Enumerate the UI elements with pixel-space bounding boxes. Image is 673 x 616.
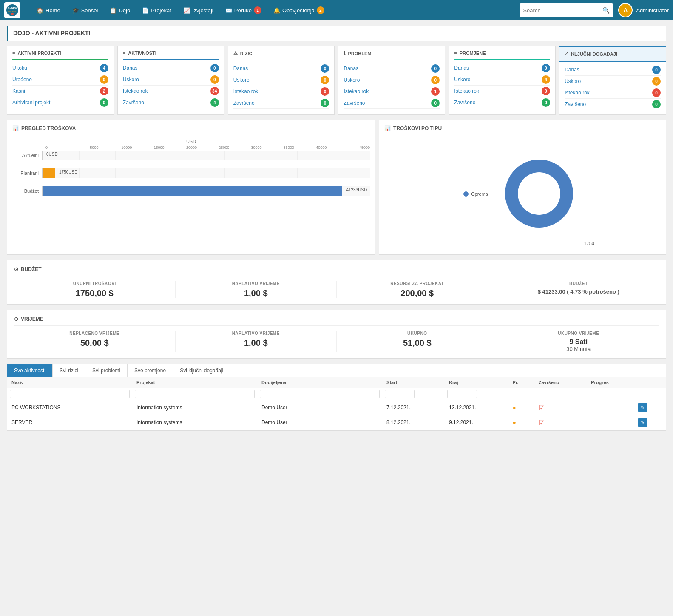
filter-naziv[interactable] bbox=[10, 390, 130, 398]
user-name: Administrator bbox=[636, 7, 669, 14]
kd-istekao-link[interactable]: Istekao rok bbox=[565, 90, 590, 96]
vrijeme-ukupno-label: UKUPNO bbox=[342, 331, 493, 336]
cell-start: 8.12.2021. bbox=[382, 415, 445, 430]
list-icon3: ≡ bbox=[454, 51, 457, 56]
table-row: SERVER Information systems Demo User 8.1… bbox=[7, 415, 666, 430]
akt-uskoro-link[interactable]: Uskoro bbox=[123, 77, 139, 83]
prob-danas-link[interactable]: Danas bbox=[344, 66, 358, 71]
card-header-aktivni-projekti: ≡ AKTIVNI PROJEKTI bbox=[12, 51, 108, 60]
edit-button-0[interactable]: ✎ bbox=[638, 403, 647, 412]
card-promjene: ≡ PROMJENE Danas 0 Uskoro 4 Istekao rok … bbox=[449, 46, 556, 115]
nav-projekat[interactable]: 📄 Projekat bbox=[137, 5, 176, 16]
nav-obavjestenja[interactable]: 🔔 Obavještenja 2 bbox=[268, 4, 329, 17]
prom-istekao-link[interactable]: Istekao rok bbox=[454, 88, 479, 94]
col-start: Start bbox=[382, 377, 445, 388]
col-naziv: Naziv bbox=[7, 377, 132, 388]
card-rizici: ⚠ RIZICI Danas 0 Uskoro 0 Istekao rok 0 … bbox=[228, 46, 335, 115]
navbar: KENDO manager 🏠 Home 🎓 Sensei 📋 Dojo 📄 P… bbox=[0, 0, 673, 20]
vrijeme-neplaceno-label: NEPLAĆENO VRIJEME bbox=[19, 331, 170, 336]
riz-istekao-link[interactable]: Istekao rok bbox=[233, 88, 258, 94]
bar-track: 41233USD bbox=[42, 186, 370, 196]
prob-danas-badge: 0 bbox=[431, 64, 440, 73]
page-title: DOJO - AKTIVNI PROJEKTI bbox=[7, 26, 666, 41]
nav-home[interactable]: 🏠 Home bbox=[31, 5, 65, 16]
filter-kraj[interactable] bbox=[447, 390, 477, 398]
card-row: Istekao rok 0 bbox=[454, 86, 550, 97]
tab-sve-aktivnosti[interactable]: Sve aktivnosti bbox=[7, 364, 53, 377]
card-row: Uskoro 0 bbox=[123, 74, 219, 86]
cell-projekat: Information systems bbox=[132, 400, 257, 415]
search-input[interactable] bbox=[523, 7, 602, 14]
kd-zavrseno-link[interactable]: Završeno bbox=[565, 101, 586, 107]
card-row: Završeno 0 bbox=[454, 97, 550, 108]
kd-uskoro-link[interactable]: Uskoro bbox=[565, 78, 581, 84]
status-orange2: ● bbox=[513, 419, 516, 426]
bar-chart-bars: Aktuelni0USDPlanirani1750USDBudžet41233U… bbox=[12, 151, 370, 196]
nav-izvjestaji[interactable]: 📈 Izvještaji bbox=[178, 5, 219, 16]
prom-zavrseno-link[interactable]: Završeno bbox=[454, 100, 475, 106]
budget-resursi-value: 200,00 $ bbox=[342, 288, 493, 298]
card-row: Danas 0 bbox=[123, 63, 219, 74]
prob-zavrseno-badge: 0 bbox=[431, 99, 440, 107]
akt-zavrseno-link[interactable]: Završeno bbox=[123, 100, 144, 106]
tab-svi-rizici[interactable]: Svi rizici bbox=[53, 364, 85, 377]
aktivni-arhivirani-badge: 0 bbox=[100, 98, 108, 107]
donut-chart-title: 📊 TROŠKOVI PO TIPU bbox=[384, 125, 661, 134]
vrijeme-sati-value: 9 Sati bbox=[503, 338, 654, 346]
clock-icon: ⊙ bbox=[14, 266, 18, 272]
riz-danas-link[interactable]: Danas bbox=[233, 66, 248, 71]
filter-dodijeljena[interactable] bbox=[260, 390, 380, 398]
bar-row: Budžet41233USD bbox=[12, 186, 370, 196]
akt-istekao-link[interactable]: Istekao rok bbox=[123, 88, 148, 94]
akt-danas-badge: 0 bbox=[210, 64, 219, 72]
budget-resursi: RESURSI ZA PROJEKAT 200,00 $ bbox=[337, 281, 498, 298]
aktivni-arhivirani-link[interactable]: Arhivirani projekti bbox=[12, 100, 51, 106]
filter-start[interactable] bbox=[385, 390, 415, 398]
nav-dojo[interactable]: 📋 Dojo bbox=[105, 5, 135, 16]
riz-zavrseno-link[interactable]: Završeno bbox=[233, 100, 255, 106]
akt-danas-link[interactable]: Danas bbox=[123, 65, 138, 71]
card-row: Završeno 4 bbox=[123, 97, 219, 108]
tab-svi-problemi[interactable]: Svi problemi bbox=[85, 364, 128, 377]
card-row: Uskoro 0 bbox=[344, 74, 440, 86]
aktivni-kasni-link[interactable]: Kasni bbox=[12, 88, 25, 94]
bell-icon: 🔔 bbox=[273, 7, 280, 14]
aktivni-uradjeno-link[interactable]: Urađeno bbox=[12, 77, 32, 83]
kd-danas-link[interactable]: Danas bbox=[565, 67, 579, 73]
bar-value: 1750USD bbox=[57, 170, 77, 174]
riz-uskoro-link[interactable]: Uskoro bbox=[233, 77, 250, 83]
home-icon: 🏠 bbox=[37, 7, 43, 14]
legend-label: Oprema bbox=[471, 191, 488, 197]
tab-svi-kljucni[interactable]: Svi ključni događaji bbox=[173, 364, 230, 377]
poruke-badge: 1 bbox=[254, 6, 261, 14]
tabs-section: Sve aktivnosti Svi rizici Svi problemi S… bbox=[7, 364, 666, 431]
card-row: Istekao rok 1 bbox=[344, 86, 440, 97]
filter-projekat[interactable] bbox=[135, 390, 255, 398]
user-area: A Administrator bbox=[618, 3, 669, 17]
prom-danas-link[interactable]: Danas bbox=[454, 65, 469, 71]
card-header-aktivnosti: ≡ AKTIVNOSTI bbox=[123, 51, 219, 60]
aktivni-u-toku-link[interactable]: U toku bbox=[12, 65, 27, 71]
check-red: ☑ bbox=[539, 404, 545, 411]
cell-edit: ✎ bbox=[634, 415, 666, 430]
chart-currency: USD bbox=[12, 139, 370, 144]
nav-poruke[interactable]: ✉️ Poruke 1 bbox=[220, 4, 267, 17]
card-row: Danas 0 bbox=[565, 64, 661, 76]
svg-point-5 bbox=[518, 172, 560, 215]
card-row: Uskoro 0 bbox=[565, 76, 661, 87]
x-label-1: 5000 bbox=[78, 145, 110, 150]
card-row: Istekao rok 0 bbox=[565, 87, 661, 99]
budget-resursi-label: RESURSI ZA PROJEKAT bbox=[342, 281, 493, 286]
prob-istekao-link[interactable]: Istekao rok bbox=[344, 88, 369, 94]
x-label-4: 20000 bbox=[175, 145, 207, 150]
bar-track: 1750USD bbox=[42, 168, 370, 178]
vrijeme-neplaceno-value: 50,00 $ bbox=[19, 338, 170, 348]
prob-uskoro-link[interactable]: Uskoro bbox=[344, 77, 360, 83]
tab-sve-promjene[interactable]: Sve promjene bbox=[128, 364, 173, 377]
prob-zavrseno-link[interactable]: Završeno bbox=[344, 100, 365, 106]
bar-track: 0USD bbox=[42, 151, 370, 160]
nav-sensei[interactable]: 🎓 Sensei bbox=[67, 5, 103, 16]
edit-button-1[interactable]: ✎ bbox=[638, 418, 647, 427]
prom-uskoro-link[interactable]: Uskoro bbox=[454, 77, 470, 83]
budget-naplativo: NAPLATIVO VRIJEME 1,00 $ bbox=[176, 281, 337, 298]
